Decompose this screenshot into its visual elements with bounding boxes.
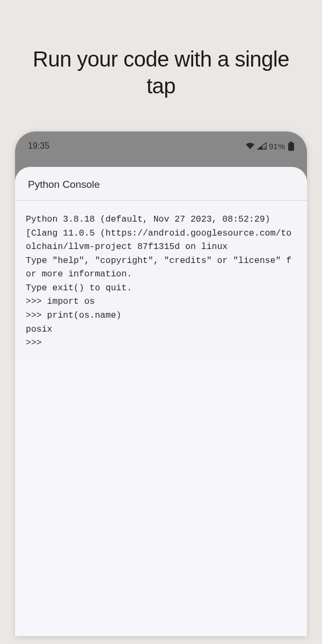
console-empty-area[interactable] (15, 362, 307, 636)
svg-rect-1 (290, 142, 292, 143)
app-surface: Python Console Python 3.8.18 (default, N… (15, 167, 307, 636)
signal-icon: R (257, 142, 267, 150)
app-title: Python Console (15, 167, 307, 201)
status-bar: 19:35 R 91% (15, 131, 307, 158)
console-output[interactable]: Python 3.8.18 (default, Nov 27 2023, 08:… (15, 201, 307, 362)
phone-frame: 19:35 R 91% (15, 131, 307, 636)
status-time: 19:35 (28, 141, 49, 151)
battery-percent: 91% (269, 142, 285, 151)
status-right: R 91% (245, 142, 294, 151)
wifi-icon (245, 142, 255, 150)
svg-rect-2 (288, 143, 294, 151)
svg-text:R: R (264, 146, 266, 149)
promo-heading: Run your code with a single tap (0, 0, 322, 131)
battery-icon (288, 142, 294, 151)
